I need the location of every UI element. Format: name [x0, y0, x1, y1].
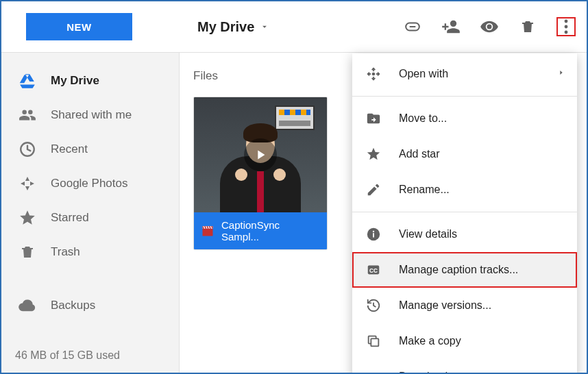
clock-icon: [16, 140, 38, 158]
menu-label: Manage caption tracks...: [399, 264, 518, 276]
breadcrumb-label: My Drive: [197, 19, 254, 35]
download-icon: [365, 369, 382, 374]
svg-rect-4: [203, 229, 213, 236]
header-actions: [403, 17, 576, 36]
svg-point-2: [565, 31, 568, 34]
sidebar-item-my-drive[interactable]: My Drive: [1, 64, 179, 98]
menu-manage-versions[interactable]: Manage versions...: [352, 288, 577, 323]
info-icon: [365, 227, 382, 242]
sidebar-item-backups[interactable]: Backups: [1, 288, 179, 323]
star-icon: [365, 147, 382, 162]
trash-icon: [16, 244, 38, 260]
file-caption: CaptionSync Sampl...: [194, 212, 327, 249]
menu-view-details[interactable]: View details: [352, 216, 577, 252]
play-icon: [244, 138, 277, 171]
people-icon: [16, 106, 38, 124]
sidebar-item-starred[interactable]: Starred: [1, 201, 179, 235]
preview-icon[interactable]: [480, 17, 499, 36]
file-card[interactable]: CaptionSync Sampl...: [193, 97, 328, 250]
file-name: CaptionSync Sampl...: [221, 219, 320, 242]
chevron-right-icon: [558, 68, 565, 80]
breadcrumb[interactable]: My Drive: [197, 19, 269, 35]
menu-label: Make a copy: [399, 335, 461, 347]
captions-icon: CC: [365, 262, 382, 277]
svg-rect-8: [373, 233, 374, 237]
menu-open-with[interactable]: Open with: [352, 56, 577, 92]
star-icon: [16, 209, 38, 227]
new-button[interactable]: NEW: [26, 13, 132, 40]
menu-label: Open with: [399, 68, 448, 80]
svg-point-6: [372, 73, 376, 76]
delete-icon[interactable]: [518, 17, 537, 36]
context-menu: Open with Move to... Add star Rename... …: [352, 53, 577, 374]
sidebar-item-photos[interactable]: Google Photos: [1, 166, 179, 201]
menu-download[interactable]: Download: [352, 359, 577, 374]
menu-label: Rename...: [399, 184, 450, 196]
sidebar-item-label: My Drive: [51, 74, 99, 88]
menu-make-copy[interactable]: Make a copy: [352, 323, 577, 359]
storage-text: 46 MB of 15 GB used: [1, 341, 179, 373]
rename-icon: [365, 182, 382, 197]
menu-add-star[interactable]: Add star: [352, 136, 577, 172]
cloud-icon: [16, 296, 38, 315]
menu-manage-captions[interactable]: CC Manage caption tracks...: [352, 252, 577, 288]
sidebar-item-label: Backups: [51, 299, 95, 312]
menu-label: Add star: [399, 148, 440, 160]
more-actions-icon[interactable]: [556, 17, 576, 36]
menu-rename[interactable]: Rename...: [352, 172, 577, 208]
photos-icon: [16, 175, 38, 192]
get-link-icon[interactable]: [403, 17, 422, 36]
sidebar-item-recent[interactable]: Recent: [1, 132, 179, 166]
add-people-icon[interactable]: [441, 17, 461, 36]
sidebar-item-shared[interactable]: Shared with me: [1, 98, 179, 132]
menu-label: Download: [399, 371, 448, 374]
sidebar: My Drive Shared with me Recent Google Ph…: [1, 53, 180, 373]
app-header: NEW My Drive: [1, 1, 587, 53]
menu-move-to[interactable]: Move to...: [352, 101, 577, 136]
video-thumbnail: [194, 97, 327, 212]
folder-move-icon: [365, 111, 382, 126]
open-with-icon: [365, 66, 382, 82]
drive-icon: [16, 72, 38, 90]
video-file-icon: [201, 224, 215, 238]
sidebar-item-label: Starred: [51, 211, 89, 225]
menu-label: Move to...: [399, 112, 447, 125]
svg-text:CC: CC: [369, 268, 378, 274]
history-icon: [365, 298, 382, 313]
copy-icon: [365, 334, 382, 349]
sidebar-item-label: Shared with me: [51, 108, 132, 122]
menu-label: Manage versions...: [399, 299, 491, 312]
dropdown-caret-icon: [260, 22, 269, 32]
svg-point-9: [373, 231, 374, 232]
sidebar-item-label: Trash: [51, 245, 80, 259]
sidebar-item-trash[interactable]: Trash: [1, 235, 179, 269]
menu-label: View details: [399, 228, 457, 240]
sidebar-item-label: Recent: [51, 142, 88, 156]
svg-point-0: [565, 20, 568, 23]
svg-point-1: [565, 25, 568, 29]
sidebar-item-label: Google Photos: [51, 177, 127, 190]
svg-rect-12: [371, 338, 378, 346]
